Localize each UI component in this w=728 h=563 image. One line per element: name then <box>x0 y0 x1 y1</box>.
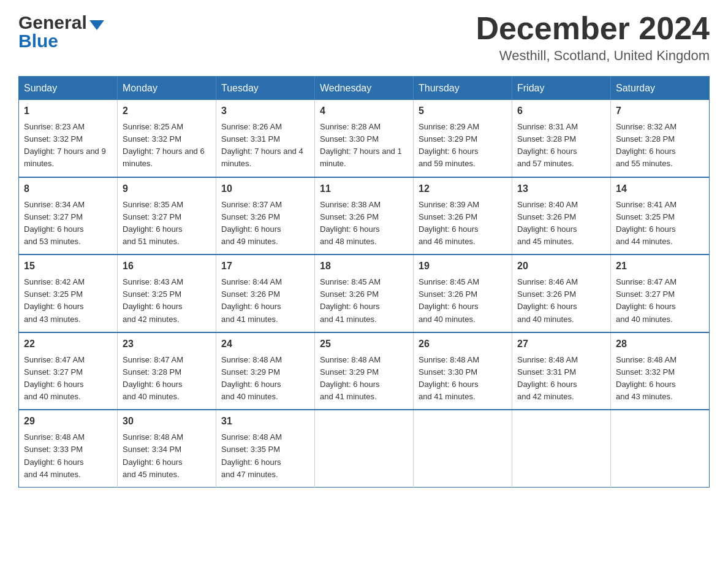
day-cell-7: 7Sunrise: 8:32 AMSunset: 3:28 PMDaylight… <box>611 100 710 177</box>
header-wednesday: Wednesday <box>315 77 414 101</box>
day-number-1: 1 <box>24 104 112 118</box>
day-cell-14: 14Sunrise: 8:41 AMSunset: 3:25 PMDayligh… <box>611 177 710 255</box>
week-row-1: 1Sunrise: 8:23 AMSunset: 3:32 PMDaylight… <box>19 100 710 177</box>
day-number-15: 15 <box>24 259 112 274</box>
day-number-16: 16 <box>123 259 211 274</box>
logo: General Blue <box>18 12 104 52</box>
day-cell-16: 16Sunrise: 8:43 AMSunset: 3:25 PMDayligh… <box>118 255 216 332</box>
week-row-4: 22Sunrise: 8:47 AMSunset: 3:27 PMDayligh… <box>19 332 710 410</box>
day-cell-13: 13Sunrise: 8:40 AMSunset: 3:26 PMDayligh… <box>512 177 611 255</box>
day-number-7: 7 <box>616 104 704 118</box>
day-info-21: Sunrise: 8:47 AMSunset: 3:27 PMDaylight:… <box>616 276 704 326</box>
page-header: General Blue December 2024 Westhill, Sco… <box>18 12 710 64</box>
day-number-9: 9 <box>123 182 211 196</box>
day-info-27: Sunrise: 8:48 AMSunset: 3:31 PMDaylight:… <box>517 354 605 404</box>
day-info-23: Sunrise: 8:47 AMSunset: 3:28 PMDaylight:… <box>123 354 211 404</box>
day-info-16: Sunrise: 8:43 AMSunset: 3:25 PMDaylight:… <box>123 276 211 326</box>
day-info-2: Sunrise: 8:25 AMSunset: 3:32 PMDaylight:… <box>123 121 211 170</box>
day-number-10: 10 <box>221 182 309 196</box>
day-cell-22: 22Sunrise: 8:47 AMSunset: 3:27 PMDayligh… <box>19 332 118 410</box>
day-info-28: Sunrise: 8:48 AMSunset: 3:32 PMDaylight:… <box>616 354 704 404</box>
day-info-8: Sunrise: 8:34 AMSunset: 3:27 PMDaylight:… <box>24 199 112 248</box>
day-number-3: 3 <box>221 104 309 118</box>
day-number-8: 8 <box>24 182 112 196</box>
calendar-table: SundayMondayTuesdayWednesdayThursdayFrid… <box>18 76 710 488</box>
day-cell-23: 23Sunrise: 8:47 AMSunset: 3:28 PMDayligh… <box>118 332 216 410</box>
day-info-31: Sunrise: 8:48 AMSunset: 3:35 PMDaylight:… <box>221 431 309 481</box>
week-row-2: 8Sunrise: 8:34 AMSunset: 3:27 PMDaylight… <box>19 177 710 255</box>
day-cell-3: 3Sunrise: 8:26 AMSunset: 3:31 PMDaylight… <box>216 100 315 177</box>
week-row-5: 29Sunrise: 8:48 AMSunset: 3:33 PMDayligh… <box>19 410 710 487</box>
day-info-9: Sunrise: 8:35 AMSunset: 3:27 PMDaylight:… <box>123 199 211 248</box>
empty-cell-w4-c6 <box>611 410 710 487</box>
day-number-13: 13 <box>517 182 605 196</box>
day-info-14: Sunrise: 8:41 AMSunset: 3:25 PMDaylight:… <box>616 199 704 248</box>
day-cell-10: 10Sunrise: 8:37 AMSunset: 3:26 PMDayligh… <box>216 177 315 255</box>
day-number-22: 22 <box>24 337 112 351</box>
day-number-19: 19 <box>419 259 507 274</box>
day-number-29: 29 <box>24 414 112 429</box>
day-cell-26: 26Sunrise: 8:48 AMSunset: 3:30 PMDayligh… <box>414 332 512 410</box>
day-info-15: Sunrise: 8:42 AMSunset: 3:25 PMDaylight:… <box>24 276 112 326</box>
day-info-25: Sunrise: 8:48 AMSunset: 3:29 PMDaylight:… <box>320 354 408 404</box>
day-cell-30: 30Sunrise: 8:48 AMSunset: 3:34 PMDayligh… <box>118 410 216 487</box>
day-cell-29: 29Sunrise: 8:48 AMSunset: 3:33 PMDayligh… <box>19 410 118 487</box>
day-info-12: Sunrise: 8:39 AMSunset: 3:26 PMDaylight:… <box>419 199 507 248</box>
day-cell-25: 25Sunrise: 8:48 AMSunset: 3:29 PMDayligh… <box>315 332 414 410</box>
calendar-header-row: SundayMondayTuesdayWednesdayThursdayFrid… <box>19 77 710 101</box>
day-cell-8: 8Sunrise: 8:34 AMSunset: 3:27 PMDaylight… <box>19 177 118 255</box>
day-number-14: 14 <box>616 182 704 196</box>
day-info-29: Sunrise: 8:48 AMSunset: 3:33 PMDaylight:… <box>24 431 112 481</box>
day-number-31: 31 <box>221 414 309 429</box>
title-section: December 2024 Westhill, Scotland, United… <box>476 12 710 64</box>
header-monday: Monday <box>118 77 216 101</box>
day-number-21: 21 <box>616 259 704 274</box>
month-title: December 2024 <box>476 12 710 44</box>
day-number-28: 28 <box>616 337 704 351</box>
day-info-20: Sunrise: 8:46 AMSunset: 3:26 PMDaylight:… <box>517 276 605 326</box>
day-info-1: Sunrise: 8:23 AMSunset: 3:32 PMDaylight:… <box>24 121 112 170</box>
day-number-30: 30 <box>123 414 211 429</box>
day-number-24: 24 <box>221 337 309 351</box>
day-info-30: Sunrise: 8:48 AMSunset: 3:34 PMDaylight:… <box>123 431 211 481</box>
day-cell-17: 17Sunrise: 8:44 AMSunset: 3:26 PMDayligh… <box>216 255 315 332</box>
day-cell-21: 21Sunrise: 8:47 AMSunset: 3:27 PMDayligh… <box>611 255 710 332</box>
day-cell-6: 6Sunrise: 8:31 AMSunset: 3:28 PMDaylight… <box>512 100 611 177</box>
day-info-26: Sunrise: 8:48 AMSunset: 3:30 PMDaylight:… <box>419 354 507 404</box>
day-info-24: Sunrise: 8:48 AMSunset: 3:29 PMDaylight:… <box>221 354 309 404</box>
day-info-3: Sunrise: 8:26 AMSunset: 3:31 PMDaylight:… <box>221 121 309 170</box>
day-cell-1: 1Sunrise: 8:23 AMSunset: 3:32 PMDaylight… <box>19 100 118 177</box>
empty-cell-w4-c4 <box>414 410 512 487</box>
day-info-18: Sunrise: 8:45 AMSunset: 3:26 PMDaylight:… <box>320 276 408 326</box>
day-info-4: Sunrise: 8:28 AMSunset: 3:30 PMDaylight:… <box>320 121 408 170</box>
day-cell-5: 5Sunrise: 8:29 AMSunset: 3:29 PMDaylight… <box>414 100 512 177</box>
header-sunday: Sunday <box>19 77 118 101</box>
day-number-25: 25 <box>320 337 408 351</box>
day-number-26: 26 <box>419 337 507 351</box>
header-tuesday: Tuesday <box>216 77 315 101</box>
week-row-3: 15Sunrise: 8:42 AMSunset: 3:25 PMDayligh… <box>19 255 710 332</box>
day-number-27: 27 <box>517 337 605 351</box>
logo-line1: General <box>18 12 104 33</box>
day-cell-31: 31Sunrise: 8:48 AMSunset: 3:35 PMDayligh… <box>216 410 315 487</box>
day-number-2: 2 <box>123 104 211 118</box>
day-cell-12: 12Sunrise: 8:39 AMSunset: 3:26 PMDayligh… <box>414 177 512 255</box>
header-thursday: Thursday <box>414 77 512 101</box>
day-number-18: 18 <box>320 259 408 274</box>
day-info-22: Sunrise: 8:47 AMSunset: 3:27 PMDaylight:… <box>24 354 112 404</box>
header-friday: Friday <box>512 77 611 101</box>
header-saturday: Saturday <box>611 77 710 101</box>
logo-line2: Blue <box>18 31 104 52</box>
day-cell-9: 9Sunrise: 8:35 AMSunset: 3:27 PMDaylight… <box>118 177 216 255</box>
day-cell-20: 20Sunrise: 8:46 AMSunset: 3:26 PMDayligh… <box>512 255 611 332</box>
day-number-23: 23 <box>123 337 211 351</box>
location-title: Westhill, Scotland, United Kingdom <box>476 48 710 64</box>
day-cell-24: 24Sunrise: 8:48 AMSunset: 3:29 PMDayligh… <box>216 332 315 410</box>
day-cell-4: 4Sunrise: 8:28 AMSunset: 3:30 PMDaylight… <box>315 100 414 177</box>
day-cell-28: 28Sunrise: 8:48 AMSunset: 3:32 PMDayligh… <box>611 332 710 410</box>
day-info-11: Sunrise: 8:38 AMSunset: 3:26 PMDaylight:… <box>320 199 408 248</box>
day-number-17: 17 <box>221 259 309 274</box>
day-number-20: 20 <box>517 259 605 274</box>
day-number-4: 4 <box>320 104 408 118</box>
empty-cell-w4-c5 <box>512 410 611 487</box>
